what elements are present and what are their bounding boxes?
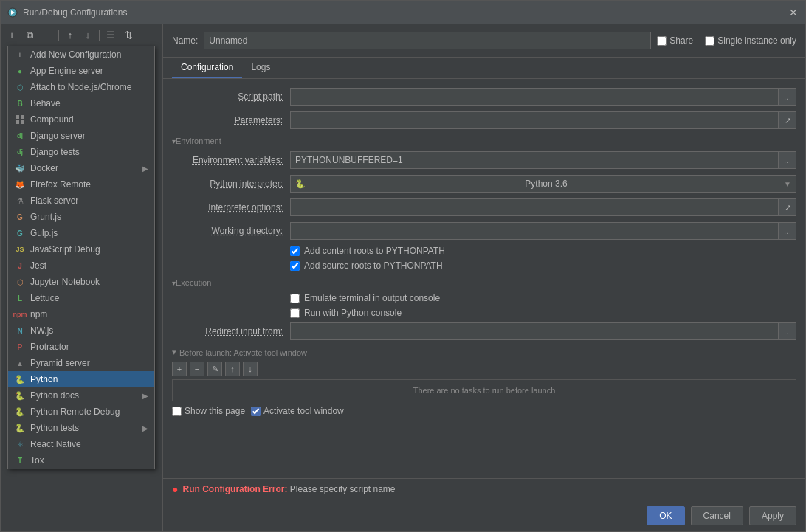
menu-item-pyramid[interactable]: ▲ Pyramid server bbox=[8, 355, 154, 371]
menu-item-flask[interactable]: ⚗ Flask server bbox=[8, 193, 154, 209]
run-python-console-checkbox[interactable] bbox=[290, 308, 300, 318]
script-path-input[interactable] bbox=[290, 88, 779, 106]
working-directory-label[interactable]: Working directory: bbox=[172, 226, 290, 236]
menu-item-python-remote[interactable]: 🐍 Python Remote Debug bbox=[8, 404, 154, 420]
menu-item-firefox[interactable]: 🦊 Firefox Remote bbox=[8, 176, 154, 193]
execution-section-header[interactable]: Execution bbox=[172, 278, 796, 287]
menu-item-nodejs[interactable]: ⬡ Attach to Node.js/Chrome bbox=[8, 79, 154, 95]
single-instance-checkbox[interactable] bbox=[705, 36, 714, 46]
cancel-button[interactable]: Cancel bbox=[691, 506, 743, 525]
menu-item-docker[interactable]: 🐳 Docker ▶ bbox=[8, 160, 154, 176]
menu-item-python-tests-label: Python tests bbox=[30, 423, 142, 433]
menu-item-protractor[interactable]: P Protractor bbox=[8, 339, 154, 355]
ok-button[interactable]: OK bbox=[647, 506, 684, 525]
script-path-browse-button[interactable]: … bbox=[779, 88, 796, 106]
right-panel: Name: Share Single instance only Configu… bbox=[163, 24, 805, 531]
redirect-input-browse-button[interactable]: … bbox=[779, 322, 796, 340]
interpreter-options-label[interactable]: Interpreter options: bbox=[172, 202, 290, 213]
before-launch-edit-button[interactable]: ✎ bbox=[207, 362, 222, 376]
name-input[interactable] bbox=[204, 32, 651, 49]
before-launch-header[interactable]: ▾ Before launch: Activate tool window bbox=[172, 348, 796, 357]
show-page-checkbox-label[interactable]: Show this page bbox=[172, 406, 245, 416]
menu-item-jupyter[interactable]: ⬡ Jupyter Notebook bbox=[8, 274, 154, 290]
menu-item-lettuce-label: Lettuce bbox=[30, 293, 148, 303]
menu-item-python-tests[interactable]: 🐍 Python tests ▶ bbox=[8, 420, 154, 436]
before-launch-toolbar: + − ✎ ↑ ↓ bbox=[172, 362, 796, 376]
menu-item-python[interactable]: 🐍 Python bbox=[8, 371, 154, 387]
filter-button[interactable]: ☰ bbox=[103, 27, 119, 44]
parameters-expand-button[interactable]: ↗ bbox=[779, 111, 796, 129]
menu-item-django-tests[interactable]: dj Django tests bbox=[8, 144, 154, 160]
activate-tool-window-checkbox-label[interactable]: Activate tool window bbox=[251, 406, 344, 416]
python-interpreter-label[interactable]: Python interpreter: bbox=[172, 179, 290, 189]
menu-item-gulp[interactable]: G Gulp.js bbox=[8, 225, 154, 241]
copy-config-button[interactable]: ⧉ bbox=[21, 27, 38, 44]
menu-item-python-docs[interactable]: 🐍 Python docs ▶ bbox=[8, 387, 154, 404]
activate-tool-window-checkbox[interactable] bbox=[251, 407, 261, 416]
before-launch-down-button[interactable]: ↓ bbox=[243, 362, 258, 376]
menu-item-lettuce[interactable]: L Lettuce bbox=[8, 290, 154, 306]
svg-rect-3 bbox=[21, 115, 24, 119]
menu-item-grunt[interactable]: G Grunt.js bbox=[8, 209, 154, 225]
menu-item-appengine-label: App Engine server bbox=[30, 66, 148, 76]
show-page-label: Show this page bbox=[185, 406, 245, 416]
menu-item-npm[interactable]: npm npm bbox=[8, 306, 154, 322]
menu-item-nwjs[interactable]: N NW.js bbox=[8, 322, 154, 339]
emulate-terminal-checkbox[interactable] bbox=[290, 294, 300, 303]
add-source-roots-checkbox[interactable] bbox=[290, 261, 300, 271]
environment-section-header[interactable]: Environment bbox=[172, 137, 796, 145]
menu-item-react-native[interactable]: ⚛ React Native bbox=[8, 436, 154, 452]
menu-item-add-new[interactable]: + Add New Configuration bbox=[8, 46, 154, 63]
tab-configuration[interactable]: Configuration bbox=[172, 58, 242, 78]
docker-arrow-icon: ▶ bbox=[142, 165, 148, 173]
env-variables-browse-button[interactable]: … bbox=[779, 151, 796, 169]
menu-item-compound[interactable]: Compound bbox=[8, 111, 154, 128]
svg-rect-5 bbox=[21, 120, 24, 124]
django-server-icon: dj bbox=[14, 130, 26, 142]
redirect-input-field[interactable] bbox=[290, 322, 779, 340]
working-directory-browse-button[interactable]: … bbox=[779, 222, 796, 240]
parameters-label[interactable]: Parameters: bbox=[172, 115, 290, 125]
before-launch-remove-button[interactable]: − bbox=[190, 362, 204, 376]
docker-icon: 🐳 bbox=[14, 162, 26, 174]
parameters-row: Parameters: ↗ bbox=[172, 111, 796, 129]
script-path-label[interactable]: Script path: bbox=[172, 91, 290, 102]
jupyter-icon: ⬡ bbox=[14, 276, 26, 288]
menu-item-python-label: Python bbox=[30, 374, 148, 384]
apply-button[interactable]: Apply bbox=[749, 506, 796, 525]
add-content-roots-checkbox[interactable] bbox=[290, 246, 300, 256]
working-directory-row: Working directory: … bbox=[172, 222, 796, 240]
env-variables-input[interactable] bbox=[290, 151, 779, 169]
redirect-input-label[interactable]: Redirect input from: bbox=[172, 326, 290, 336]
menu-item-django-server[interactable]: dj Django server bbox=[8, 128, 154, 144]
add-content-roots-label: Add content roots to PYTHONPATH bbox=[304, 246, 445, 256]
python-interpreter-select[interactable]: 🐍 Python 3.6 ▼ bbox=[290, 175, 796, 193]
env-variables-label[interactable]: Environment variables: bbox=[172, 155, 290, 165]
menu-item-appengine[interactable]: ● App Engine server bbox=[8, 63, 154, 79]
before-launch-add-button[interactable]: + bbox=[172, 362, 187, 376]
menu-item-jsdebug[interactable]: JS JavaScript Debug bbox=[8, 241, 154, 258]
lettuce-icon: L bbox=[14, 292, 26, 304]
python-docs-icon: 🐍 bbox=[14, 390, 26, 401]
parameters-input[interactable] bbox=[290, 111, 779, 129]
add-config-button[interactable]: + bbox=[4, 27, 20, 44]
working-directory-input[interactable] bbox=[290, 222, 779, 240]
move-up-button[interactable]: ↑ bbox=[62, 27, 78, 44]
tab-logs[interactable]: Logs bbox=[242, 58, 279, 78]
interpreter-options-input[interactable] bbox=[290, 198, 779, 216]
single-instance-checkbox-label[interactable]: Single instance only bbox=[705, 35, 796, 46]
share-checkbox-label[interactable]: Share bbox=[657, 35, 693, 46]
menu-item-behave-label: Behave bbox=[30, 98, 148, 108]
menu-item-behave[interactable]: B Behave bbox=[8, 95, 154, 111]
menu-item-jest[interactable]: J Jest bbox=[8, 258, 154, 274]
close-button[interactable]: ✕ bbox=[788, 7, 799, 18]
share-checkbox[interactable] bbox=[657, 36, 666, 46]
show-page-checkbox[interactable] bbox=[172, 407, 182, 416]
remove-config-button[interactable]: − bbox=[39, 27, 55, 44]
before-launch-up-button[interactable]: ↑ bbox=[225, 362, 240, 376]
config-body: Script path: … Parameters: ↗ Environment… bbox=[163, 79, 805, 478]
sort-button[interactable]: ⇅ bbox=[120, 27, 137, 44]
move-down-button[interactable]: ↓ bbox=[80, 27, 96, 44]
menu-item-tox[interactable]: T Tox bbox=[8, 452, 154, 469]
interpreter-options-expand-button[interactable]: ↗ bbox=[779, 198, 796, 216]
